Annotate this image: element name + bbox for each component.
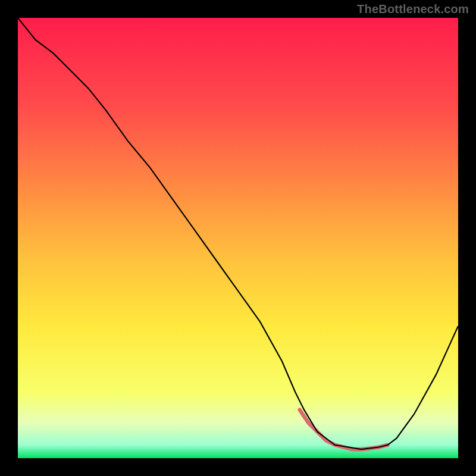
bottleneck-plot	[18, 18, 458, 458]
watermark-text: TheBottleneck.com	[357, 2, 469, 16]
chart-container: TheBottleneck.com	[0, 0, 476, 476]
